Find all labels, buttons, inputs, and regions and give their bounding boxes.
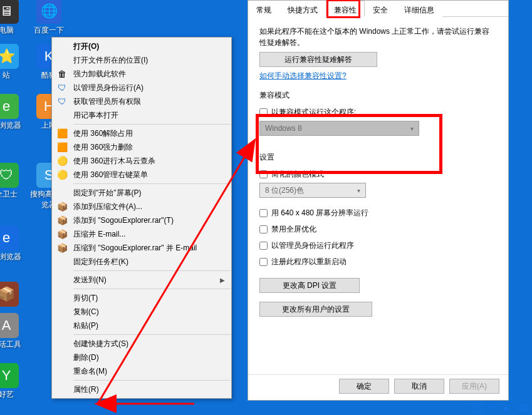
cm-pin-start[interactable]: 固定到"开始"屏幕(P)	[52, 186, 231, 200]
desktop-icon[interactable]: 📦	[0, 282, 25, 308]
cm-send-to[interactable]: 发送到(N)▶	[52, 273, 231, 287]
res640-checkbox[interactable]	[259, 209, 268, 217]
cm-open-notepad[interactable]: 用记事本打开	[52, 108, 231, 122]
desktop-icon[interactable]: 🌐百度一下	[30, 0, 68, 36]
trash-icon: 🗑	[56, 68, 68, 80]
run-as-admin-checkbox[interactable]	[259, 242, 268, 250]
keyboard-icon[interactable]: ⌨	[517, 403, 529, 413]
archive-icon: 📦	[56, 214, 68, 227]
cm-compress-email[interactable]: 📦压缩并 E-mail...	[52, 227, 231, 241]
disable-fullscreen-label: 禁用全屏优化	[271, 224, 316, 235]
desktop-icon[interactable]: Y好艺	[0, 363, 25, 400]
tab-general[interactable]: 常规	[248, 1, 279, 17]
tab-compatibility[interactable]: 兼容性	[326, 1, 365, 17]
ime-bar[interactable]: 王 中 ●, ⌨	[472, 402, 529, 414]
cm-360-menu[interactable]: 🟡使用 360管理右键菜单	[52, 168, 231, 182]
apply-button[interactable]: 应用(A)	[449, 379, 499, 394]
compat-mode-combo[interactable]: Windows 8 ▾	[259, 121, 419, 136]
cancel-button[interactable]: 取消	[394, 379, 444, 394]
ime-lang[interactable]: 中	[488, 402, 497, 414]
cm-add-archive[interactable]: 📦添加到压缩文件(A)...	[52, 200, 231, 213]
register-restart-checkbox[interactable]	[259, 258, 268, 266]
manual-settings-link[interactable]: 如何手动选择兼容性设置?	[259, 71, 347, 80]
cm-360-unlock[interactable]: 🟧使用 360解除占用	[52, 126, 231, 140]
360-icon: 🟧	[56, 141, 68, 153]
cm-add-rar[interactable]: 📦添加到 "SogouExplorer.rar"(T)	[52, 213, 231, 227]
compat-mode-header: 兼容模式	[259, 90, 497, 101]
tab-shortcut[interactable]: 快捷方式	[279, 1, 326, 17]
archive-icon: 📦	[56, 242, 68, 254]
all-users-button[interactable]: 更改所有用户的设置	[259, 302, 372, 317]
desktop-icon[interactable]: e全浏览器	[0, 94, 25, 131]
tab-bar: 常规 快捷方式 兼容性 安全 详细信息	[248, 1, 508, 17]
cm-copy[interactable]: 复制(C)	[52, 305, 231, 319]
chevron-down-icon: ▾	[410, 125, 414, 132]
ime-state[interactable]: 王	[472, 403, 482, 413]
separator	[73, 289, 231, 289]
cm-get-admin[interactable]: 🛡获取管理员所有权限	[52, 95, 231, 108]
reduced-color-checkbox[interactable]	[259, 170, 268, 178]
ime-punct[interactable]: ●,	[503, 403, 511, 413]
360-icon: 🟡	[56, 168, 68, 181]
compat-mode-label: 以兼容模式运行这个程序:	[271, 107, 356, 118]
cm-360-delete[interactable]: 🟧使用 360强力删除	[52, 140, 231, 154]
troubleshoot-button[interactable]: 运行兼容性疑难解答	[259, 52, 377, 67]
cm-run-admin[interactable]: 🛡以管理员身份运行(A)	[52, 81, 231, 95]
dialog-buttons: 确定 取消 应用(A)	[248, 374, 508, 394]
tab-security[interactable]: 安全	[365, 1, 396, 17]
cm-360-scan[interactable]: 🟡使用 360进行木马云查杀	[52, 154, 231, 168]
desktop-icon[interactable]: 🛡全卫士	[0, 163, 25, 200]
desktop-icon[interactable]: 🖥电脑	[0, 0, 25, 36]
ok-button[interactable]: 确定	[339, 379, 389, 394]
res640-label: 用 640 x 480 屏幕分辨率运行	[271, 208, 368, 218]
360-icon: 🟧	[56, 127, 68, 140]
disable-fullscreen-checkbox[interactable]	[259, 225, 268, 233]
archive-icon: 📦	[56, 200, 68, 213]
cm-cut[interactable]: 剪切(T)	[52, 291, 231, 305]
cm-pin-taskbar[interactable]: 固定到任务栏(K)	[52, 255, 231, 269]
shield-icon: 🛡	[56, 81, 68, 94]
shield-icon: 🛡	[56, 95, 68, 108]
desktop-icon[interactable]: e速浏览器	[0, 225, 25, 262]
cm-rename[interactable]: 重命名(M)	[52, 364, 231, 378]
desktop-icon[interactable]: A激活工具	[0, 313, 25, 350]
desktop-icon[interactable]: ⭐站	[0, 44, 25, 81]
properties-dialog: 常规 快捷方式 兼容性 安全 详细信息 如果此程序不能在这个版本的 Window…	[248, 0, 509, 401]
cm-paste[interactable]: 粘贴(P)	[52, 319, 231, 332]
color-combo[interactable]: 8 位(256)色 ▾	[259, 183, 366, 198]
archive-icon: 📦	[56, 228, 68, 240]
register-restart-label: 注册此程序以重新启动	[271, 257, 347, 267]
settings-header: 设置	[259, 152, 497, 163]
cm-properties[interactable]: 属性(R)	[52, 382, 231, 396]
separator	[73, 334, 231, 335]
context-menu: 打开(O) 打开文件所在的位置(I) 🗑强力卸载此软件 🛡以管理员身份运行(A)…	[51, 37, 232, 399]
separator	[73, 380, 231, 381]
intro-text: 如果此程序不能在这个版本的 Windows 上正常工作，请尝试运行兼容性疑难解答…	[259, 26, 497, 48]
360-icon: 🟡	[56, 155, 68, 167]
tab-details[interactable]: 详细信息	[396, 1, 442, 17]
compat-mode-checkbox[interactable]	[259, 108, 268, 116]
cm-compress-rar-email[interactable]: 📦压缩到 "SogouExplorer.rar" 并 E-mail	[52, 241, 231, 255]
separator	[73, 124, 231, 125]
dpi-button[interactable]: 更改高 DPI 设置	[259, 278, 360, 293]
run-as-admin-label: 以管理员身份运行此程序	[271, 240, 354, 251]
separator	[73, 270, 231, 271]
cm-delete[interactable]: 删除(D)	[52, 351, 231, 364]
reduced-color-label: 简化的颜色模式	[271, 169, 324, 180]
chevron-right-icon: ▶	[220, 277, 225, 284]
cm-open[interactable]: 打开(O)	[52, 39, 231, 53]
dialog-body: 如果此程序不能在这个版本的 Windows 上正常工作，请尝试运行兼容性疑难解答…	[248, 17, 508, 400]
cm-open-location[interactable]: 打开文件所在的位置(I)	[52, 53, 231, 67]
cm-uninstall[interactable]: 🗑强力卸载此软件	[52, 67, 231, 81]
cm-shortcut[interactable]: 创建快捷方式(S)	[52, 337, 231, 351]
chevron-down-icon: ▾	[357, 187, 360, 194]
separator	[73, 183, 231, 184]
